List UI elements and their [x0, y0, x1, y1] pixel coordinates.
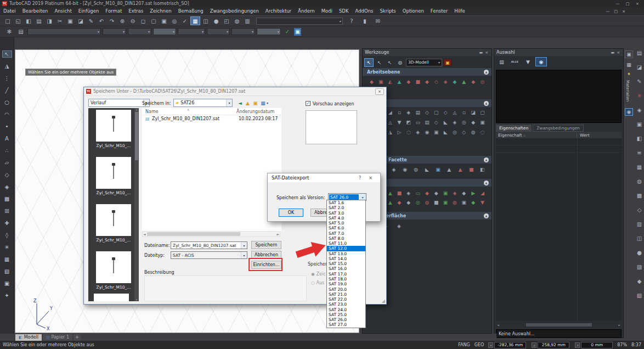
version-option[interactable]: SAT 16.0: [327, 266, 365, 271]
tool-icon[interactable]: ▣: [460, 200, 468, 205]
tool-icon[interactable]: ◣: [423, 167, 431, 172]
tool-icon[interactable]: ◆: [404, 200, 413, 205]
menu-item[interactable]: Ändern: [295, 7, 318, 15]
snap-tool-icon[interactable]: ∴: [2, 147, 12, 154]
coordinate-field[interactable]: y258,92 mm: [532, 342, 569, 348]
collapse-icon[interactable]: ∧: [484, 157, 489, 162]
version-option[interactable]: SAT 2.0: [327, 205, 365, 210]
menu-item[interactable]: AddOns: [352, 7, 376, 15]
section-tool-icon[interactable]: ▧: [2, 268, 12, 275]
new-icon[interactable]: □: [3, 16, 13, 25]
zoom-window-icon[interactable]: ◻: [138, 16, 148, 25]
bulb-icon[interactable]: ✦: [625, 70, 633, 78]
close-icon[interactable]: ×: [365, 176, 376, 181]
tool-icon[interactable]: ■: [467, 167, 476, 172]
scroll-right-icon[interactable]: ►: [276, 232, 279, 236]
ortho-icon[interactable]: ◫: [201, 16, 211, 25]
menu-item[interactable]: Extras: [125, 7, 146, 15]
tool-icon[interactable]: ◈: [389, 167, 398, 172]
tool-icon[interactable]: ◫: [635, 235, 644, 242]
menu-item[interactable]: Zwangsbedingungen: [207, 7, 262, 15]
tool-icon[interactable]: ▢: [478, 110, 487, 115]
zoom-extents-icon[interactable]: ▢: [149, 16, 159, 25]
version-option[interactable]: SAT 20.0: [327, 287, 365, 292]
copy-icon[interactable]: ▣: [65, 16, 75, 25]
version-option[interactable]: SAT 22.0: [327, 297, 365, 302]
select-3d-icon[interactable]: ↖: [385, 58, 394, 67]
select-edit-icon[interactable]: ↖: [375, 58, 384, 67]
assemble-tool-icon[interactable]: ✳: [2, 244, 12, 251]
shape-tool-icon[interactable]: ▱: [2, 159, 12, 166]
tab[interactable]: Eigenschaften: [496, 125, 532, 132]
tool-icon[interactable]: ▼: [395, 120, 403, 125]
folder-combo[interactable]: ▰ SAT26▾: [173, 99, 233, 107]
file-row[interactable]: ▤ Zyl_Schr_M10_80_DIN1207.sat 10.02.2023…: [142, 115, 281, 122]
scroll-right-icon[interactable]: ►: [618, 323, 620, 327]
file-thumbnail[interactable]: Zyl_Schr_M10_...: [88, 204, 139, 243]
fang-toggle[interactable]: FANG: [458, 342, 470, 347]
tool-icon[interactable]: ▲: [386, 190, 394, 196]
dateiname-combo[interactable]: Zyl_Schr_M10_80_DIN1207.sat▾: [171, 241, 247, 249]
tool-icon[interactable]: ▣: [478, 120, 487, 125]
tool-icon[interactable]: ◈: [414, 130, 422, 135]
pan-icon[interactable]: ◎: [170, 16, 179, 25]
tool-icon[interactable]: ◢: [386, 110, 394, 115]
mdi-close-button[interactable]: ×: [622, 9, 625, 14]
tool-icon[interactable]: ▲: [386, 200, 394, 205]
snap-icon[interactable]: ●: [211, 16, 221, 25]
dateityp-combo[interactable]: SAT - ACIS▾: [171, 251, 247, 259]
collapse-icon[interactable]: ∧: [484, 181, 489, 185]
version-option[interactable]: SAT 4.0: [327, 216, 365, 221]
tool-icon[interactable]: ◆: [450, 79, 459, 85]
tool-icon[interactable]: ◩: [404, 120, 413, 125]
tool-icon[interactable]: ▣: [442, 200, 450, 205]
tool-icon[interactable]: ◌: [404, 130, 413, 135]
speichern-button[interactable]: Speichern: [251, 241, 281, 249]
tool-icon[interactable]: ▫: [395, 110, 403, 115]
version-option[interactable]: SAT 18.0: [327, 277, 365, 282]
axis-lock-icon[interactable]: x: [488, 342, 493, 348]
text-tool-icon[interactable]: A: [2, 135, 12, 142]
close-icon[interactable]: ×: [615, 50, 621, 55]
circle-tool-icon[interactable]: ○: [2, 99, 12, 106]
tool-icon[interactable]: ▣: [432, 130, 440, 135]
tool-icon[interactable]: ▲: [395, 79, 403, 85]
tool-icon[interactable]: ◈: [635, 106, 644, 114]
tool-icon[interactable]: ◮: [386, 130, 394, 135]
mode-combo[interactable]: 3D-Modell ▾: [406, 59, 442, 66]
tool-icon[interactable]: ◈: [450, 190, 459, 196]
zoom-page-icon[interactable]: ▣: [159, 16, 169, 25]
frame-icon[interactable]: ▣: [625, 50, 633, 58]
tool-icon[interactable]: ▤: [414, 110, 422, 115]
pen-style-icon[interactable]: ▤: [16, 27, 26, 36]
tool-icon[interactable]: ◈: [404, 110, 413, 115]
help-icon[interactable]: ?: [355, 176, 365, 181]
style-combo[interactable]: ▾: [256, 18, 343, 25]
coordinate-field[interactable]: z0 mm: [575, 342, 613, 348]
tool-icon[interactable]: ◌: [478, 130, 487, 135]
pin-icon[interactable]: ▬: [610, 50, 616, 55]
dot-tool-icon[interactable]: •: [2, 123, 12, 130]
tool-icon[interactable]: ▦: [635, 164, 644, 171]
tool-icon[interactable]: ◇: [460, 130, 468, 135]
file-thumbnail[interactable]: Zyl_Schr_M10_...: [88, 157, 139, 195]
collapse-icon[interactable]: ∧: [484, 213, 489, 218]
tool-icon[interactable]: ◇: [423, 110, 431, 115]
maximize-button[interactable]: ▢: [623, 2, 632, 6]
render-icon[interactable]: ◍: [232, 16, 242, 25]
chevron-down-icon[interactable]: ▾: [265, 99, 269, 106]
tool-icon[interactable]: ▷: [395, 130, 403, 135]
window-icon[interactable]: ▥: [242, 16, 252, 25]
node-edit-icon[interactable]: ◮: [2, 63, 12, 70]
version-option[interactable]: SAT 19.0: [327, 282, 365, 286]
tool-icon[interactable]: ◪: [635, 64, 644, 71]
point-tool-icon[interactable]: ⋮: [2, 75, 12, 82]
close-button[interactable]: ×: [633, 2, 642, 6]
close-icon[interactable]: ×: [484, 50, 489, 55]
tool-icon[interactable]: ◍: [450, 200, 459, 205]
scrollbar-thumb[interactable]: [135, 112, 138, 160]
tool-icon[interactable]: ◆: [469, 79, 477, 85]
version-option[interactable]: SAT 7.0: [327, 231, 365, 236]
tool-icon[interactable]: ▧: [635, 292, 644, 299]
tool-icon[interactable]: ◈: [442, 79, 450, 85]
